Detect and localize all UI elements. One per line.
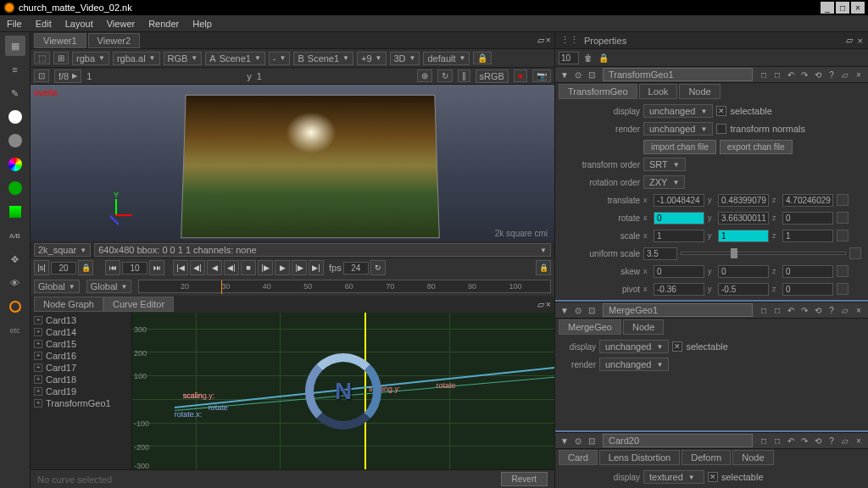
tool-etc-icon[interactable]: etc [5,320,25,341]
props-count-input[interactable]: 10 [559,52,579,64]
step-back-icon[interactable]: ◀ [207,260,222,275]
revert-icon[interactable]: ⟲ [812,304,824,316]
tab-node-graph[interactable]: Node Graph [34,297,103,312]
tab-viewer1[interactable]: Viewer1 [34,33,86,48]
redo-icon[interactable]: ↷ [798,69,810,80]
tool-channel-icon[interactable] [5,107,25,127]
menu-viewer[interactable]: Viewer [107,19,135,29]
vt-icon2[interactable]: ⊞ [53,52,69,64]
proxy-icon[interactable]: ⊡ [34,69,49,82]
undo-icon[interactable]: ↶ [785,69,797,80]
node-name-input[interactable]: MergeGeo1 [603,303,753,317]
skew-x-input[interactable]: 0 [654,265,704,278]
grip-icon[interactable]: ⋮⋮ [560,35,579,46]
display-select[interactable]: textured▼ [643,470,704,484]
alpha-select[interactable]: rgba.al▼ [113,52,160,65]
import-chan-button[interactable]: import chan file [643,140,716,154]
menu-edit[interactable]: Edit [36,19,52,29]
close-panel-icon[interactable]: × [546,35,551,46]
rotation-order-select[interactable]: ZXY▼ [643,175,685,189]
frame-cur-input[interactable]: 10 [122,262,147,274]
minimize-button[interactable]: _ [821,2,834,14]
menu-layout[interactable]: Layout [65,19,93,29]
render-select[interactable]: unchanged▼ [599,358,669,371]
rotate-x-input[interactable]: 0 [654,212,704,225]
timeline-track[interactable]: 20 30 40 50 60 70 80 90 100 [138,280,551,293]
tab-node[interactable]: Node [679,84,720,99]
node-btn1-icon[interactable]: □ [758,435,770,446]
node-btn2-icon[interactable]: □ [771,69,783,80]
colorspace-select[interactable]: sRGB [476,69,509,83]
play-back-icon[interactable]: ◀| [224,260,239,275]
viewport-3d[interactable]: overla Y 2k square cmi [31,85,554,241]
rotate-z-input[interactable]: 0 [782,212,833,225]
a-input-select[interactable]: AScene1▼ [205,52,265,65]
revert-button[interactable]: Revert [501,472,548,486]
tab-curve-editor[interactable]: Curve Editor [103,297,174,312]
tool-filter-icon[interactable] [5,154,25,175]
vt-icon1[interactable]: ⬚ [34,52,50,64]
refresh-icon[interactable]: ↻ [437,69,453,82]
node-btn1-icon[interactable]: □ [758,304,770,316]
node-btn2-icon[interactable]: □ [771,435,783,446]
capture-icon[interactable]: 📷 [532,69,551,82]
tool-other-icon[interactable] [5,297,25,317]
tab-node[interactable]: Node [623,319,664,335]
loop-icon[interactable]: ↻ [370,260,386,275]
b-input-select[interactable]: BScene1▼ [293,52,353,65]
redo-icon[interactable]: ↷ [798,435,810,446]
scale-anim-icon[interactable] [837,230,849,241]
tool-merge-icon[interactable] [5,202,25,222]
frame-start-input[interactable]: 20 [51,262,76,274]
tool-views-icon[interactable]: 👁 [5,273,25,293]
tab-node[interactable]: Node [732,450,773,465]
record-icon[interactable]: ● [514,69,527,82]
tool-3d-icon[interactable]: ✥ [5,249,25,269]
lock-props-icon[interactable]: 🔒 [598,52,609,64]
close-node-icon[interactable]: × [853,435,865,446]
revert-icon[interactable]: ⟲ [812,435,824,446]
tab-deform[interactable]: Deform [682,450,731,465]
rgb-select[interactable]: RGB▼ [164,52,203,65]
center-icon[interactable]: ⊙ [572,435,584,446]
close-node-icon[interactable]: × [853,69,865,80]
node-find-icon[interactable]: ⊡ [586,435,598,446]
pivot-anim-icon[interactable] [837,283,849,295]
cam-select[interactable]: default▼ [423,52,470,65]
axis-gizmo[interactable]: Y [107,199,132,225]
close-node-icon[interactable]: × [853,304,865,316]
tab-look[interactable]: Look [639,84,678,99]
node-name-input[interactable]: TransformGeo1 [603,68,753,81]
prev-key-icon[interactable]: |◀ [173,260,188,275]
scale-x-input[interactable]: 1 [654,230,704,242]
rotate-y-input[interactable]: 3.66300011 [718,212,769,225]
curve-tree[interactable]: +Card13 +Card14 +Card15 +Card16 +Card17 … [31,313,132,469]
play-fwd-icon[interactable]: |▶ [258,260,273,275]
step-fwd-icon[interactable]: ▶ [275,260,290,275]
display-select[interactable]: unchanged▼ [599,340,669,353]
range-select-2[interactable]: Global▼ [86,280,132,293]
rotate-anim-icon[interactable] [837,212,849,224]
node-find-icon[interactable]: ⊡ [586,69,598,80]
close-props-icon[interactable]: × [858,36,863,46]
tool-color-icon[interactable] [5,130,25,151]
fps-input[interactable]: 24 [343,262,369,274]
channel-select[interactable]: rgba▼ [72,52,109,65]
translate-anim-icon[interactable] [837,194,849,206]
zoom-icon[interactable]: ⊕ [417,69,432,82]
lock-end-icon[interactable]: 🔒 [536,260,551,275]
tab-card[interactable]: Card [559,450,598,465]
bbox-info[interactable]: 640x480 bbox: 0 0 1 1 channels: none▼ [94,243,551,257]
center-icon[interactable]: ⊙ [572,304,584,316]
tab-transformgeo[interactable]: TransformGeo [559,84,637,99]
selectable-check[interactable]: ✕ [708,472,718,482]
pivot-z-input[interactable]: 0 [782,283,833,296]
float-bottom-icon[interactable]: ▱ [537,299,544,310]
help-icon[interactable]: ? [826,435,837,446]
menu-file[interactable]: File [7,19,22,29]
float-panel-icon[interactable]: ▱ [537,35,544,46]
selectable-check[interactable]: ✕ [716,106,726,116]
float-node-icon[interactable]: ▱ [839,304,851,316]
float-props-icon[interactable]: ▱ [846,35,853,46]
stop-icon[interactable]: ■ [241,260,256,275]
